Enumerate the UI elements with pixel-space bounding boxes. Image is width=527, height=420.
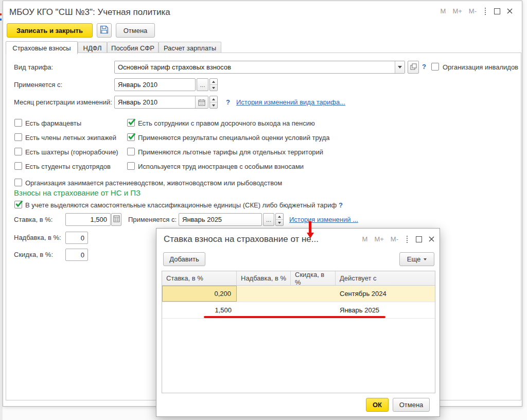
tariff-type-field[interactable]: Основной тариф страховых взносов (114, 61, 405, 74)
valid-from-cell[interactable]: Сентябрь 2024 (336, 286, 435, 302)
ske-checkbox[interactable] (14, 201, 22, 208)
checkmark-icon (127, 117, 136, 127)
discount-cell[interactable] (291, 286, 336, 302)
checkmark-icon (127, 132, 136, 141)
help-icon[interactable]: ? (339, 201, 343, 209)
column-header-valid-from[interactable]: Действует с (336, 271, 435, 285)
rate-field[interactable]: 1,500 (65, 213, 111, 226)
territory-tariffs-label: Применяются льготные тарифы для отдельны… (138, 148, 323, 156)
open-link-button[interactable] (408, 61, 419, 74)
disabled-org-checkbox[interactable] (431, 63, 439, 71)
spin-down-button[interactable] (276, 220, 283, 225)
territory-tariffs-checkbox[interactable] (127, 148, 135, 155)
spin-down-button[interactable] (210, 85, 217, 91)
column-header-discount[interactable]: Скидка, в % (291, 271, 336, 285)
font-reset-button[interactable]: M- (391, 235, 398, 243)
background-artifact (0, 13, 2, 15)
column-header-rate[interactable]: Ставка, в % (162, 271, 237, 285)
spin-up-button[interactable] (276, 214, 283, 220)
tab-payroll[interactable]: Расчет зарплаты (159, 42, 221, 54)
menu-dots-icon[interactable] (405, 236, 409, 243)
help-icon[interactable]: ? (422, 63, 426, 71)
font-increase-button[interactable]: M+ (452, 7, 462, 15)
discount-label: Скидка, в %: (14, 251, 53, 258)
annotation-arrow (307, 221, 313, 238)
save-button[interactable] (97, 23, 112, 38)
surcharge-field[interactable]: 0 (65, 232, 88, 244)
ellipsis-button[interactable]: ... (197, 78, 208, 91)
ellipsis-button[interactable]: ... (263, 213, 274, 226)
column-header-surcharge[interactable]: Надбавка, в % (237, 271, 291, 285)
font-decrease-button[interactable]: M (362, 235, 368, 243)
save-icon (100, 25, 109, 36)
early-pension-label: Есть сотрудники с правом досрочного выхо… (138, 119, 315, 127)
calculator-icon (113, 215, 120, 224)
cancel-button[interactable]: Отмена (116, 23, 155, 38)
tariff-type-value: Основной тариф страховых взносов (118, 63, 231, 71)
tab-ndfl[interactable]: НДФЛ (78, 42, 107, 54)
miners-checkbox[interactable] (14, 148, 22, 155)
agro-checkbox[interactable] (14, 179, 22, 186)
save-close-button[interactable]: Записать и закрыть (7, 23, 93, 38)
foreign-workers-checkbox[interactable] (127, 162, 135, 170)
table-header-row: Ставка, в % Надбавка, в % Скидка, в % Де… (162, 271, 435, 286)
font-reset-button[interactable]: M- (469, 7, 477, 15)
tab-sfr-benefits[interactable]: Пособия СФР (107, 42, 159, 54)
applies-from-spinner (209, 78, 218, 91)
pharmacists-label: Есть фармацевты (25, 119, 81, 127)
reg-month-spinner (209, 96, 218, 109)
annotation-underline (204, 316, 385, 318)
dialog-controls: M M+ M- (362, 235, 434, 243)
spin-up-button[interactable] (210, 79, 217, 85)
special-assessment-checkbox[interactable] (127, 133, 135, 141)
pharmacists-checkbox[interactable] (14, 119, 22, 127)
rate-history-dialog: Ставка взноса на страхование от не... M … (156, 228, 440, 417)
applies-from-field[interactable]: Январь 2010 (114, 78, 196, 91)
agro-label: Организация занимается растениеводством,… (25, 179, 282, 187)
rate-history-table: Ставка, в % Надбавка, в % Скидка, в % Де… (162, 271, 435, 393)
applies-from-label: Применяется с: (14, 81, 62, 89)
discount-field[interactable]: 0 (65, 249, 88, 261)
font-decrease-button[interactable]: M (441, 7, 446, 15)
ns-section-header: Взносы на страхование от НС и ПЗ (14, 188, 140, 197)
help-icon[interactable]: ? (226, 98, 230, 106)
add-button[interactable]: Добавить (163, 252, 205, 266)
reg-month-field[interactable]: Январь 2010 (114, 96, 208, 109)
ok-button[interactable]: ОК (366, 398, 389, 412)
reg-month-label: Месяц регистрации изменений: (14, 98, 112, 106)
early-pension-checkbox[interactable] (127, 119, 135, 127)
flight-crews-checkbox[interactable] (14, 133, 22, 141)
close-icon[interactable] (507, 8, 513, 14)
background-artifact (0, 19, 2, 21)
checkmark-icon (14, 199, 24, 208)
table-row[interactable]: 0,200 Сентябрь 2024 (162, 286, 435, 302)
maximize-icon[interactable] (494, 8, 500, 14)
student-squads-checkbox[interactable] (14, 162, 22, 170)
calculator-button[interactable] (111, 213, 121, 226)
disabled-org-label: Организация инвалидов (443, 63, 518, 71)
rate-cell[interactable]: 0,200 (162, 286, 237, 302)
miners-label: Есть шахтеры (горнорабочие) (25, 148, 118, 156)
surcharge-label: Надбавка, в %: (14, 234, 61, 241)
calendar-icon[interactable] (195, 96, 208, 108)
reg-month-value: Январь 2010 (118, 98, 157, 106)
chevron-down-icon[interactable] (395, 61, 405, 73)
more-button[interactable]: Еще (399, 252, 434, 266)
maximize-icon[interactable] (416, 236, 422, 242)
chevron-down-icon (424, 258, 427, 260)
tariff-type-label: Вид тарифа: (14, 63, 53, 71)
rate-applies-field[interactable]: Январь 2025 (179, 213, 262, 226)
student-squads-label: Есть студенты студотрядов (25, 163, 111, 170)
tab-insurance-contributions[interactable]: Страховые взносы (6, 41, 78, 54)
spin-down-button[interactable] (210, 102, 217, 108)
rate-history-link[interactable]: История изменений ... (289, 216, 358, 223)
surcharge-cell[interactable] (237, 286, 291, 302)
font-increase-button[interactable]: M+ (374, 235, 383, 243)
spin-up-button[interactable] (210, 96, 217, 102)
menu-dots-icon[interactable] (483, 8, 487, 15)
foreign-workers-label: Используется труд иностранцев с особыми … (138, 163, 304, 170)
tariff-history-link[interactable]: История изменений вида тарифа... (236, 98, 345, 106)
window-title: МБОУ КГО "СШ №3": Учетная политика (9, 7, 170, 18)
dialog-cancel-button[interactable]: Отмена (393, 398, 430, 412)
close-icon[interactable] (429, 236, 434, 242)
